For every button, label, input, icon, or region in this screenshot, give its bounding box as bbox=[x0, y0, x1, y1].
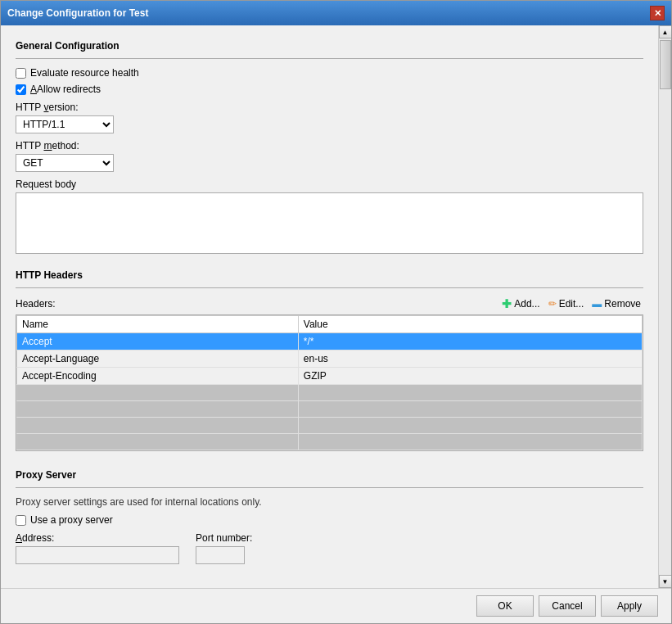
scrollbar-thumb[interactable] bbox=[660, 40, 671, 89]
scroll-up-button[interactable]: ▲ bbox=[659, 25, 672, 38]
col-name-header: Name bbox=[17, 316, 299, 333]
ok-button[interactable]: OK bbox=[476, 595, 534, 617]
dialog: Change Configuration for Test ✕ General … bbox=[0, 0, 672, 624]
http-version-select[interactable]: HTTP/1.1 HTTP/1.0 HTTP/2.0 bbox=[16, 115, 114, 133]
request-body-label: Request body bbox=[16, 179, 643, 190]
http-version-dropdown-row: HTTP/1.1 HTTP/1.0 HTTP/2.0 bbox=[16, 115, 643, 133]
empty-table-row bbox=[17, 385, 643, 401]
http-headers-title: HTTP Headers bbox=[16, 269, 643, 281]
address-input[interactable] bbox=[16, 546, 179, 564]
cancel-button[interactable]: Cancel bbox=[539, 595, 596, 617]
address-label: Address: bbox=[16, 532, 179, 544]
proxy-fields: Address: Port number: bbox=[16, 532, 643, 564]
http-method-dropdown-row: GET POST PUT DELETE HEAD bbox=[16, 154, 643, 172]
address-field: Address: bbox=[16, 532, 179, 564]
allow-redirects-row: AAllow redirects bbox=[16, 84, 643, 95]
general-config-title: General Configuration bbox=[16, 40, 643, 52]
use-proxy-checkbox[interactable] bbox=[16, 515, 26, 526]
header-name-cell: Accept bbox=[17, 333, 299, 350]
header-name-cell: Accept-Language bbox=[17, 350, 299, 368]
remove-header-button[interactable]: ▬ Remove bbox=[589, 297, 643, 310]
col-value-header: Value bbox=[298, 316, 642, 333]
headers-toolbar: Headers: ✚ Add... ✏ Edit... ▬ Remove bbox=[16, 296, 643, 311]
dialog-title: Change Configuration for Test bbox=[7, 7, 148, 19]
empty-table-row bbox=[17, 434, 643, 450]
port-label: Port number: bbox=[196, 532, 252, 544]
headers-label: Headers: bbox=[16, 298, 56, 310]
empty-table-row bbox=[17, 401, 643, 418]
edit-btn-label: Edit... bbox=[559, 298, 584, 310]
proxy-server-title: Proxy Server bbox=[16, 469, 643, 481]
add-btn-label: Add... bbox=[514, 298, 539, 310]
evaluate-resource-checkbox[interactable] bbox=[16, 68, 26, 79]
scroll-down-button[interactable]: ▼ bbox=[659, 575, 672, 588]
headers-table: Name Value Accept*/*Accept-Languageen-us… bbox=[16, 315, 643, 450]
allow-redirects-checkbox[interactable] bbox=[16, 84, 26, 95]
empty-table-row bbox=[17, 418, 643, 434]
apply-button[interactable]: Apply bbox=[601, 595, 658, 617]
use-proxy-row: Use a proxy server bbox=[16, 514, 643, 526]
table-header-row: Name Value bbox=[17, 316, 643, 333]
evaluate-resource-label: Evaluate resource health bbox=[30, 67, 139, 79]
request-body-textarea[interactable] bbox=[16, 192, 643, 254]
title-bar: Change Configuration for Test ✕ bbox=[1, 1, 671, 25]
edit-header-button[interactable]: ✏ Edit... bbox=[546, 297, 587, 310]
http-method-label: HTTP method: bbox=[16, 140, 643, 151]
main-scroll-area: General Configuration Evaluate resource … bbox=[1, 25, 658, 588]
proxy-description: Proxy server settings are used for inter… bbox=[16, 496, 643, 508]
headers-divider bbox=[16, 287, 643, 288]
http-version-label: HTTP version: bbox=[16, 102, 643, 113]
port-field: Port number: bbox=[196, 532, 252, 564]
dialog-footer: OK Cancel Apply bbox=[1, 588, 671, 623]
close-button[interactable]: ✕ bbox=[650, 6, 665, 20]
table-row[interactable]: Accept*/* bbox=[17, 333, 643, 350]
remove-btn-label: Remove bbox=[604, 298, 641, 310]
header-value-cell: GZIP bbox=[298, 368, 642, 385]
add-icon: ✚ bbox=[502, 297, 512, 310]
scrollbar-track: ▲ ▼ bbox=[658, 25, 671, 588]
header-actions: ✚ Add... ✏ Edit... ▬ Remove bbox=[499, 296, 643, 311]
add-header-button[interactable]: ✚ Add... bbox=[499, 296, 542, 311]
allow-redirects-label: AAllow redirects bbox=[30, 84, 101, 95]
header-value-cell: */* bbox=[298, 333, 642, 350]
general-config-section: General Configuration Evaluate resource … bbox=[16, 40, 643, 260]
proxy-divider bbox=[16, 487, 643, 488]
header-value-cell: en-us bbox=[298, 350, 642, 368]
use-proxy-label: Use a proxy server bbox=[30, 514, 113, 526]
table-row[interactable]: Accept-Languageen-us bbox=[17, 350, 643, 368]
proxy-server-section: Proxy Server Proxy server settings are u… bbox=[16, 463, 643, 564]
general-divider bbox=[16, 58, 643, 59]
evaluate-resource-row: Evaluate resource health bbox=[16, 67, 643, 79]
http-headers-section: HTTP Headers Headers: ✚ Add... ✏ Edit... bbox=[16, 269, 643, 451]
headers-table-wrapper: Name Value Accept*/*Accept-Languageen-us… bbox=[16, 314, 643, 451]
remove-icon: ▬ bbox=[592, 298, 602, 310]
table-row[interactable]: Accept-EncodingGZIP bbox=[17, 368, 643, 385]
dialog-content: General Configuration Evaluate resource … bbox=[1, 25, 671, 588]
http-method-select[interactable]: GET POST PUT DELETE HEAD bbox=[16, 154, 114, 172]
port-input[interactable] bbox=[196, 546, 245, 564]
edit-icon: ✏ bbox=[548, 298, 557, 310]
header-name-cell: Accept-Encoding bbox=[17, 368, 299, 385]
